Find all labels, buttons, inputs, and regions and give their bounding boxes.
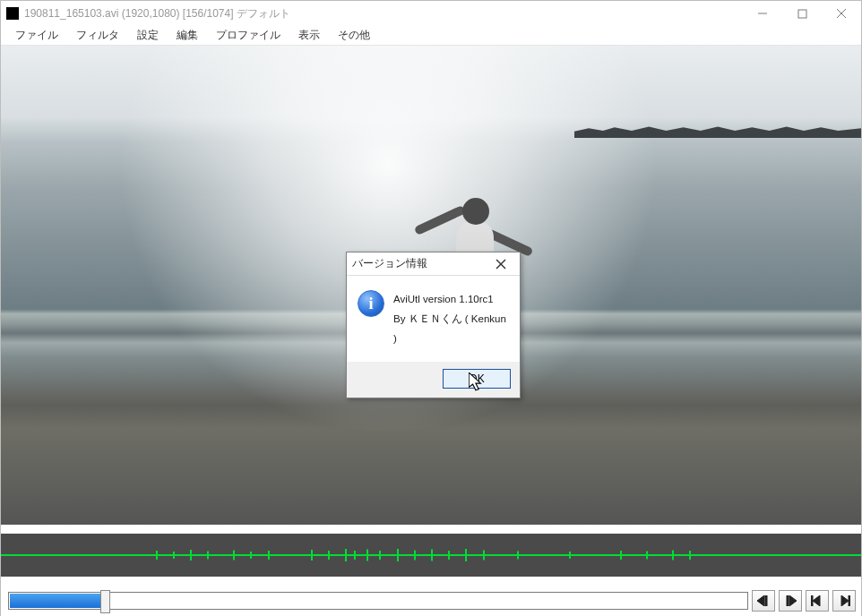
window-buttons [743,1,861,26]
dialog-text: AviUtl version 1.10rc1 By ＫＥＮくん ( Kenkun… [393,290,509,349]
divider [1,525,861,534]
dialog-footer: OK [347,362,520,398]
svg-marker-4 [757,595,764,606]
close-button[interactable] [822,1,861,26]
maximize-button[interactable] [782,1,822,26]
menu-filter[interactable]: フィルタ [67,26,128,45]
menu-other[interactable]: その他 [329,26,379,45]
svg-rect-11 [849,595,850,606]
seek-slider[interactable] [8,592,748,610]
app-window: 190811_165103.avi (1920,1080) [156/1074]… [0,0,862,616]
about-dialog: バージョン情報 i AviUtl version 1.10rc1 By ＫＥＮく… [346,252,521,398]
app-icon [6,7,19,20]
titlebar: 190811_165103.avi (1920,1080) [156/1074]… [1,1,861,26]
menubar: ファイル フィルタ 設定 編集 プロファイル 表示 その他 [1,26,861,46]
dialog-titlebar[interactable]: バージョン情報 [347,252,520,276]
menu-profile[interactable]: プロファイル [207,26,289,45]
minimize-button[interactable] [743,1,782,26]
svg-rect-5 [765,595,767,606]
transport-controls [1,586,861,616]
timeline[interactable] [1,534,861,577]
version-line: AviUtl version 1.10rc1 [393,290,509,310]
seek-thumb[interactable] [100,590,110,613]
author-line: By ＫＥＮくん ( Kenkun ) [393,310,509,349]
ok-button[interactable]: OK [443,369,511,389]
go-end-button[interactable] [832,590,856,612]
svg-marker-7 [789,595,797,606]
info-icon: i [358,290,384,317]
dialog-title: バージョン情報 [352,256,427,271]
svg-marker-10 [841,595,849,606]
menu-file[interactable]: ファイル [6,26,67,45]
menu-edit[interactable]: 編集 [168,26,207,45]
seek-fill [10,594,106,608]
svg-marker-9 [813,595,820,606]
window-title: 190811_165103.avi (1920,1080) [156/1074]… [24,6,290,21]
menu-settings[interactable]: 設定 [128,26,168,45]
prev-frame-button[interactable] [752,590,775,612]
dialog-close-button[interactable] [487,254,514,274]
svg-rect-6 [787,595,789,606]
go-start-button[interactable] [806,590,829,612]
menu-view[interactable]: 表示 [289,26,329,45]
divider [1,577,861,586]
next-frame-button[interactable] [779,590,802,612]
svg-rect-1 [798,10,806,18]
dialog-body: i AviUtl version 1.10rc1 By ＫＥＮくん ( Kenk… [347,276,520,362]
